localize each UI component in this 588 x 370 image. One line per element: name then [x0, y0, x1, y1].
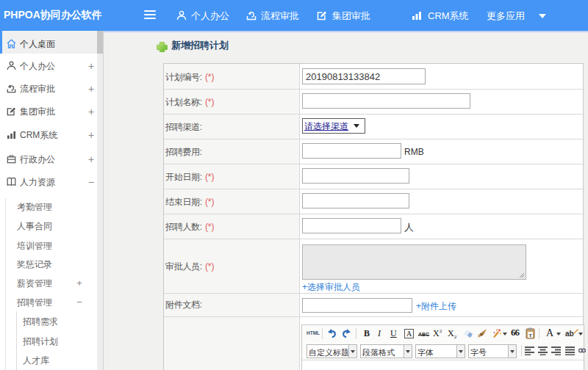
svg-text:T: T [528, 333, 532, 338]
